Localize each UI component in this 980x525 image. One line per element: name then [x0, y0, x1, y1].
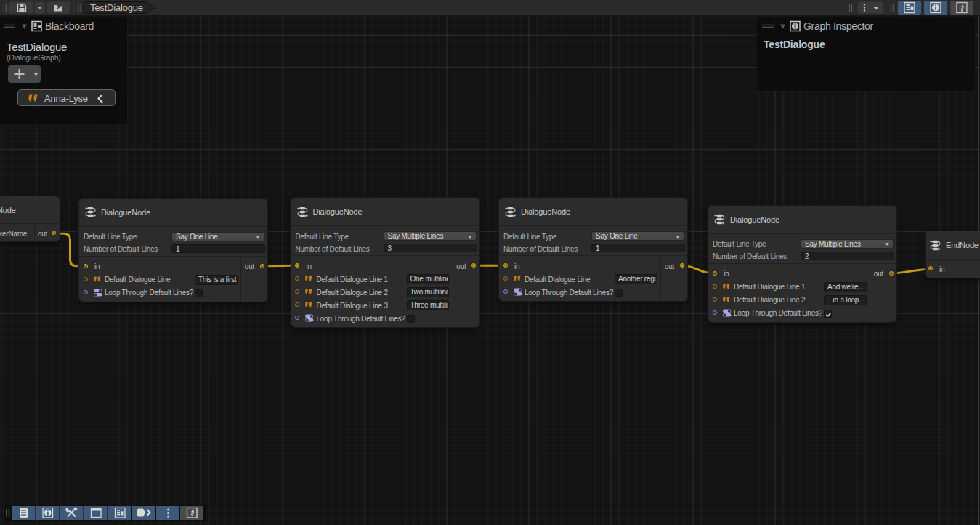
svg-text:TestDialogue: TestDialogue: [90, 2, 143, 13]
